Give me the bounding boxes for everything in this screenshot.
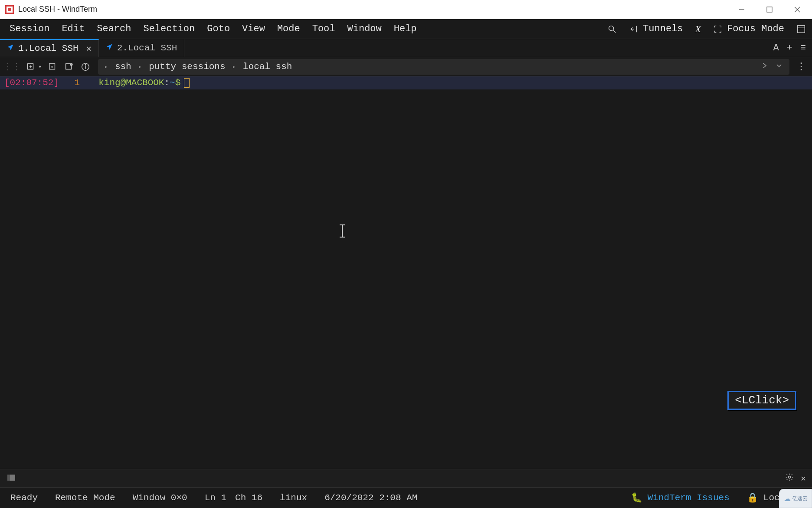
close-icon[interactable]: ✕ — [86, 43, 92, 54]
tab-2-label: 2.Local SSH — [117, 43, 177, 53]
terminal-cursor — [184, 78, 190, 88]
menu-help[interactable]: Help — [388, 19, 423, 39]
chevron-down-icon[interactable]: ▾ — [38, 63, 42, 70]
prompt-colon: : — [164, 76, 170, 89]
maximize-button[interactable] — [765, 5, 774, 14]
svg-rect-6 — [798, 25, 805, 33]
breadcrumb-item-putty[interactable]: putty sessions — [149, 62, 225, 72]
prompt-user: king@MACBOOK — [98, 76, 164, 89]
new-tab-icon[interactable]: + — [24, 60, 37, 73]
tabbar: 1.Local SSH ✕ 2.Local SSH A + ≡ — [0, 39, 812, 57]
menu-window[interactable]: Window — [341, 19, 388, 39]
close-button[interactable] — [793, 5, 802, 14]
tab-2[interactable]: 2.Local SSH — [99, 39, 185, 57]
layout-button[interactable] — [790, 19, 812, 39]
terminal-area[interactable]: [02:07:52] 1 king@MACBOOK : ~ $ <LClick> — [0, 76, 812, 469]
grip-icon[interactable]: ⋮⋮ — [3, 61, 21, 72]
svg-point-22 — [788, 476, 790, 478]
panel-icon[interactable] — [6, 473, 17, 484]
statusbar: Ready Remote Mode Window 0×0 Ln 1 Ch 16 … — [0, 487, 812, 508]
menu-view[interactable]: View — [236, 19, 271, 39]
focus-mode-button[interactable]: Focus Mode — [707, 19, 790, 39]
terminal-line: [02:07:52] 1 king@MACBOOK : ~ $ — [0, 76, 812, 89]
chevron-right-icon: ▸ — [138, 63, 142, 70]
chevron-right-icon: ▸ — [104, 63, 108, 70]
tunnels-button[interactable]: Tunnels — [623, 19, 689, 39]
close-panel-icon[interactable]: ✕ — [801, 473, 806, 484]
menubar: Session Edit Search Selection Goto View … — [0, 19, 812, 39]
app-icon — [5, 5, 14, 14]
menu-session[interactable]: Session — [3, 19, 56, 39]
x-button[interactable]: X — [689, 19, 707, 39]
minimize-button[interactable] — [737, 5, 746, 14]
bug-icon: 🐛 — [631, 492, 642, 503]
timestamp: [02:07:52] — [0, 76, 62, 89]
breadcrumb[interactable]: ▸ ssh ▸ putty sessions ▸ local ssh — [98, 59, 789, 75]
svg-rect-21 — [7, 475, 10, 481]
status-platform: linux — [280, 493, 307, 503]
svg-point-16 — [85, 64, 86, 65]
focus-mode-icon — [713, 24, 723, 34]
add-tab-button[interactable]: + — [787, 43, 792, 53]
menu-tool[interactable]: Tool — [306, 19, 341, 39]
tab-menu-button[interactable]: ≡ — [800, 43, 806, 53]
font-size-button[interactable]: A — [773, 43, 779, 53]
status-datetime: 6/20/2022 2:08 AM — [324, 493, 417, 503]
menu-goto[interactable]: Goto — [201, 19, 236, 39]
status-window-size: Window 0×0 — [133, 493, 187, 503]
lclick-badge: <LClick> — [727, 391, 796, 410]
text-cursor-indicator — [338, 224, 346, 241]
info-icon[interactable] — [79, 60, 92, 73]
tabbar-actions: A + ≡ — [773, 39, 812, 57]
svg-rect-1 — [767, 7, 772, 12]
lock-icon: 🔒 — [747, 492, 758, 503]
svg-point-4 — [609, 26, 614, 30]
menu-mode[interactable]: Mode — [271, 19, 306, 39]
menu-edit[interactable]: Edit — [56, 19, 91, 39]
location-icon — [106, 43, 113, 53]
detach-tab-icon[interactable] — [62, 60, 75, 73]
settings-gear-icon[interactable] — [785, 473, 794, 484]
chevron-right-icon: ▸ — [232, 63, 236, 70]
titlebar: Local SSH - WindTerm — [0, 0, 812, 19]
tab-1-label: 1.Local SSH — [18, 43, 79, 53]
status-ready: Ready — [10, 493, 38, 503]
toolbar: ⋮⋮ + ▾ x ▸ ssh ▸ putty sessions ▸ local … — [0, 57, 812, 76]
panel-bar: ✕ — [0, 469, 812, 487]
window-title: Local SSH - WindTerm — [18, 5, 97, 14]
breadcrumb-item-local-ssh[interactable]: local ssh — [243, 62, 292, 72]
tunnels-label: Tunnels — [643, 23, 683, 34]
svg-line-5 — [613, 30, 616, 33]
tunnels-icon — [629, 24, 638, 34]
prompt-dollar: $ — [175, 76, 181, 89]
window-controls — [737, 5, 809, 14]
menu-selection[interactable]: Selection — [137, 19, 201, 39]
status-line[interactable]: Ln 1 — [205, 493, 226, 503]
layout-icon — [796, 24, 806, 34]
status-remote-mode[interactable]: Remote Mode — [55, 493, 115, 503]
status-column[interactable]: Ch 16 — [235, 493, 262, 503]
location-icon — [7, 43, 14, 53]
tab-1[interactable]: 1.Local SSH ✕ — [0, 39, 99, 57]
close-tab-icon[interactable]: x — [46, 60, 59, 73]
watermark: 亿速云 — [779, 489, 812, 508]
menubar-search-icon[interactable] — [601, 19, 623, 39]
svg-text:+: + — [29, 64, 32, 69]
forward-icon[interactable] — [760, 61, 769, 73]
dropdown-icon[interactable] — [775, 61, 783, 73]
prompt-path: ~ — [170, 76, 175, 89]
focus-mode-label: Focus Mode — [727, 23, 784, 34]
svg-text:x: x — [51, 64, 54, 69]
more-icon[interactable]: ⋮ — [794, 61, 809, 73]
breadcrumb-item-ssh[interactable]: ssh — [115, 62, 131, 72]
line-number: 1 — [62, 76, 88, 89]
windterm-issues-link[interactable]: WindTerm Issues — [648, 493, 730, 503]
menu-search[interactable]: Search — [91, 19, 137, 39]
